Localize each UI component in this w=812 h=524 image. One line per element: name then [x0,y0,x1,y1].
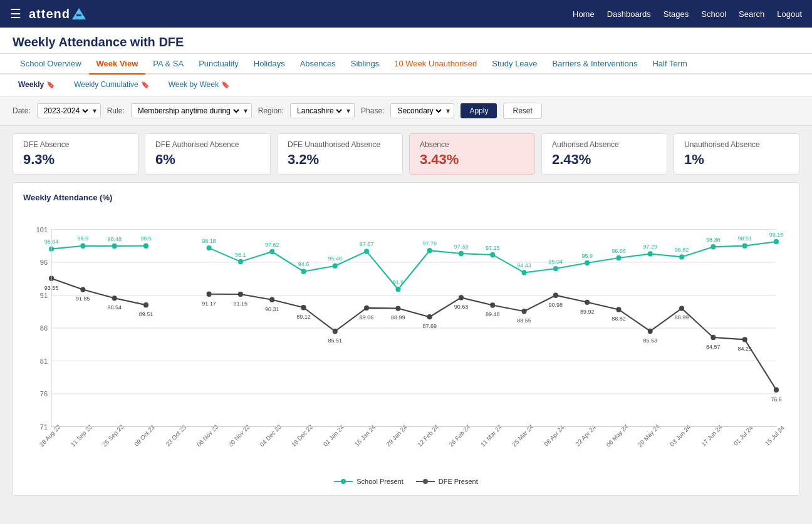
legend-dfe-label: DFE Present [439,478,478,485]
stat-absence: Absence 3.43% [409,133,535,175]
svg-text:91.17: 91.17 [202,300,216,306]
svg-text:01 Jul 24: 01 Jul 24 [732,424,754,447]
svg-text:15 Jul 24: 15 Jul 24 [764,424,786,447]
svg-point-80 [616,307,621,312]
svg-point-53 [490,252,495,257]
nav-search[interactable]: Search [739,9,764,19]
bookmark-weekly-icon: 🔖 [46,81,55,89]
stat-dfe-absence: DFE Absence 9.3% [13,133,138,175]
phase-label: Phase: [361,106,384,115]
svg-text:86: 86 [40,324,48,332]
svg-point-42 [112,244,117,249]
svg-point-51 [427,248,432,253]
region-filter[interactable]: Lancashire ▾ [290,103,355,118]
tab-punctuality[interactable]: Punctuality [191,54,246,74]
tab-10-week-unauthorised[interactable]: 10 Week Unauthorised [387,54,484,74]
phase-filter[interactable]: Secondary ▾ [390,103,454,118]
tab-weekly[interactable]: Weekly 🔖 [13,77,61,92]
svg-point-72 [364,306,369,311]
svg-text:98.51: 98.51 [737,235,752,242]
tab-holidays[interactable]: Holidays [246,54,293,74]
tab-study-leave[interactable]: Study Leave [484,54,544,74]
svg-point-45 [238,259,243,264]
svg-point-59 [679,254,684,259]
svg-point-69 [269,297,274,302]
tab-weekly-cumulative[interactable]: Weekly Cumulative 🔖 [68,77,155,92]
date-label: Date: [13,106,31,115]
svg-point-70 [301,305,306,310]
svg-text:76.6: 76.6 [771,396,782,402]
logo-text: attend [29,7,70,21]
svg-text:76: 76 [40,390,48,398]
apply-button[interactable]: Apply [461,103,497,118]
svg-point-64 [80,287,85,292]
svg-text:91.15: 91.15 [234,301,248,307]
svg-text:23 Oct 23: 23 Oct 23 [164,424,187,448]
svg-point-85 [774,388,779,393]
tab-siblings[interactable]: Siblings [343,54,387,74]
phase-select[interactable]: Secondary [395,106,444,116]
svg-text:96: 96 [40,259,48,266]
logo: attend [29,7,86,21]
stats-row: DFE Absence 9.3% DFE Authorised Absence … [0,126,812,182]
svg-point-81 [648,329,653,334]
svg-text:98.5: 98.5 [78,235,89,242]
chart-container: Weekly Attendance (%) 71768186919610128 … [13,182,799,496]
stat-dfe-absence-value: 9.3% [23,152,128,168]
svg-text:91.9: 91.9 [393,279,404,285]
bookmark-cumulative-icon: 🔖 [141,81,150,89]
svg-point-47 [301,269,306,274]
svg-point-57 [616,255,621,260]
legend-school-label: School Present [357,478,403,485]
svg-point-43 [143,244,148,249]
svg-point-54 [522,270,527,275]
hamburger-menu[interactable]: ☰ [10,6,21,21]
legend-dfe-line-icon [416,478,435,485]
svg-text:97.33: 97.33 [454,243,469,249]
svg-point-55 [553,266,558,271]
tab-week-view[interactable]: Week View [89,54,146,74]
rule-select[interactable]: Membership anytime during [135,106,241,116]
region-select[interactable]: Lancashire [294,106,344,116]
reset-button[interactable]: Reset [503,103,541,119]
stat-absence-value: 3.43% [420,152,524,168]
svg-text:96.66: 96.66 [612,247,626,254]
svg-point-58 [648,251,653,256]
nav-logout[interactable]: Logout [777,9,802,19]
legend-school-line-icon [334,478,353,485]
stat-authorised: Authorised Absence 2.43% [541,133,667,175]
date-filter[interactable]: 2023-2024 ▾ [37,103,101,118]
svg-text:89.06: 89.06 [360,314,374,321]
svg-text:87.69: 87.69 [422,323,437,329]
tab-barriers-interventions[interactable]: Barriers & Interventions [545,54,645,74]
tab-school-overview[interactable]: School Overview [13,54,89,74]
nav-dashboards[interactable]: Dashboards [607,9,651,19]
top-nav-links: Home Dashboards Stages School Search Log… [573,9,802,19]
svg-point-68 [238,292,243,297]
stat-authorised-label: Authorised Absence [552,140,657,149]
nav-stages[interactable]: Stages [664,9,689,19]
date-select[interactable]: 2023-2024 [41,106,90,116]
tab-half-term[interactable]: Half Term [645,54,694,74]
svg-point-44 [207,245,212,250]
svg-text:88.82: 88.82 [612,316,626,322]
tab-absences[interactable]: Absences [293,54,343,74]
legend-school-present: School Present [334,478,403,485]
tab-pa-sa[interactable]: PA & SA [145,54,191,74]
svg-text:88.55: 88.55 [517,317,531,324]
svg-text:85.53: 85.53 [643,337,658,344]
filters-bar: Date: 2023-2024 ▾ Rule: Membership anyti… [0,96,812,126]
nav-home[interactable]: Home [573,9,595,19]
stat-dfe-unauthorised-label: DFE Unauthorised Absence [288,140,392,149]
nav-school[interactable]: School [701,9,726,19]
svg-text:84.57: 84.57 [706,344,721,350]
tab-week-by-week[interactable]: Week by Week 🔖 [163,77,236,92]
svg-point-84 [742,337,747,342]
svg-point-71 [333,329,338,334]
svg-rect-1 [76,14,81,16]
rule-label: Rule: [107,106,125,115]
svg-point-83 [710,335,716,340]
svg-text:91.85: 91.85 [76,295,90,302]
rule-filter[interactable]: Membership anytime during ▾ [131,103,252,118]
svg-text:89.51: 89.51 [139,311,154,317]
